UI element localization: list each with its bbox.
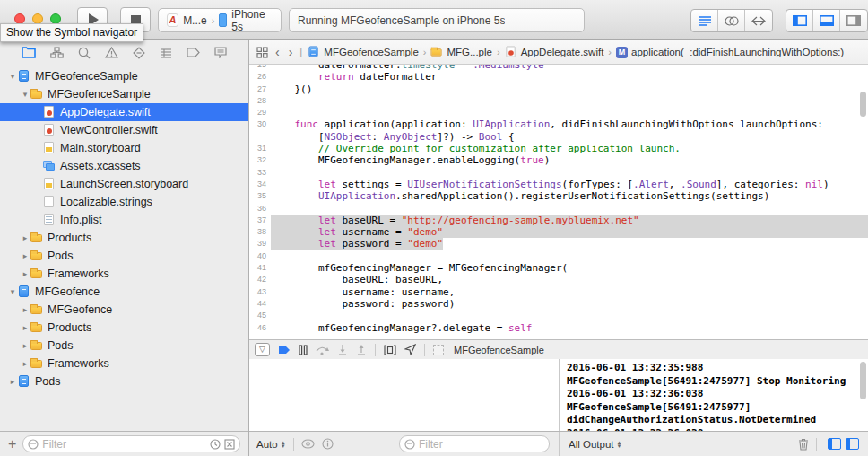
code-line[interactable]: 30 func application(application: UIAppli…: [249, 118, 868, 130]
breakpoints-toggle-button[interactable]: [278, 345, 291, 355]
assistant-editor-button[interactable]: [718, 10, 745, 31]
file-row[interactable]: AppDelegate.swift: [0, 103, 248, 121]
disclosure-triangle-icon[interactable]: ▾: [7, 287, 18, 296]
file-row[interactable]: ▾MFGeofenceSample: [0, 85, 248, 103]
add-file-button[interactable]: +: [8, 438, 16, 451]
source-control-status-icon[interactable]: [224, 439, 235, 450]
test-navigator-tab[interactable]: [133, 47, 145, 59]
simulate-location-button[interactable]: [404, 344, 416, 355]
print-description-info-icon[interactable]: [322, 438, 334, 450]
report-navigator-tab[interactable]: [214, 47, 227, 58]
editor-scrollbar[interactable]: [860, 92, 866, 117]
toggle-variables-view-button[interactable]: [828, 438, 841, 450]
find-navigator-tab[interactable]: [78, 47, 91, 59]
variables-filter-field[interactable]: [399, 435, 550, 452]
toggle-debug-area-button[interactable]: [813, 10, 840, 31]
disclosure-triangle-icon[interactable]: ▸: [20, 233, 30, 242]
forward-button[interactable]: ›: [287, 48, 295, 57]
variables-view[interactable]: [249, 359, 560, 431]
step-out-button[interactable]: [356, 345, 367, 355]
code-line[interactable]: 40: [249, 250, 868, 262]
code-line[interactable]: [NSObject: AnyObject]?) -> Bool {: [249, 131, 868, 143]
file-row[interactable]: LaunchScreen.storyboard: [0, 175, 248, 193]
file-row[interactable]: ▾MFGeofence: [0, 283, 248, 301]
file-row[interactable]: ▸Frameworks: [0, 355, 248, 373]
file-row[interactable]: Localizable.strings: [0, 193, 248, 211]
process-name[interactable]: MFGeofenceSample: [454, 345, 544, 355]
code-line[interactable]: 36: [249, 203, 868, 215]
code-line[interactable]: 28: [249, 95, 868, 107]
code-line[interactable]: 38 let username = "demo": [249, 226, 868, 238]
navigator-filter-field[interactable]: [22, 435, 240, 452]
code-line[interactable]: 25 dateFormatter.timeStyle = .MediumStyl…: [249, 65, 868, 71]
console-view[interactable]: 2016-06-01 13:32:35:988 MFGeofenceSample…: [560, 359, 868, 431]
step-over-button[interactable]: [316, 345, 329, 355]
breadcrumb-item[interactable]: AppDelegate.swift: [505, 46, 604, 58]
scheme-device[interactable]: iPhone 5s: [231, 8, 273, 33]
debug-navigator-tab[interactable]: [160, 48, 172, 58]
code-line[interactable]: 43 username: username,: [249, 286, 868, 298]
disclosure-triangle-icon[interactable]: ▸: [20, 323, 30, 332]
code-line[interactable]: 34 let settings = UIUserNotificationSett…: [249, 179, 868, 190]
code-line[interactable]: 45: [249, 310, 868, 321]
file-row[interactable]: ▸Pods: [0, 337, 248, 355]
scheme-target[interactable]: M...e: [183, 14, 207, 27]
code-line[interactable]: 27 }(): [249, 83, 868, 95]
code-line[interactable]: 33: [249, 167, 868, 179]
breadcrumb-item[interactable]: MFG...ple: [430, 46, 491, 58]
file-row[interactable]: ▸Products: [0, 319, 248, 337]
navigator-filter-input[interactable]: [42, 438, 206, 451]
code-line[interactable]: 29: [249, 107, 868, 118]
code-line[interactable]: 32 MFGeofencingManager.enableLogging(tru…: [249, 154, 868, 166]
symbol-navigator-tab[interactable]: [50, 47, 64, 58]
toggle-console-view-button[interactable]: [846, 438, 859, 450]
disclosure-triangle-icon[interactable]: ▾: [20, 90, 30, 99]
file-row[interactable]: Assets.xcassets: [0, 157, 248, 175]
quicklook-eye-icon[interactable]: [301, 439, 315, 449]
project-navigator-tab[interactable]: [22, 47, 36, 58]
code-line[interactable]: 41 mfGeofencingManager = MFGeofencingMan…: [249, 262, 868, 274]
disclosure-triangle-icon[interactable]: ▸: [20, 359, 30, 368]
issue-navigator-tab[interactable]: [105, 47, 118, 58]
code-line[interactable]: 42 baseURL: baseURL,: [249, 274, 868, 285]
hide-debug-area-button[interactable]: ▽: [255, 343, 270, 356]
toggle-utilities-button[interactable]: [840, 10, 867, 31]
breakpoint-navigator-tab[interactable]: [187, 48, 200, 57]
code-line[interactable]: 31 // Override point for customization a…: [249, 143, 868, 154]
disclosure-triangle-icon[interactable]: ▾: [7, 72, 18, 81]
version-editor-button[interactable]: [745, 10, 772, 31]
source-code-editor[interactable]: 25 dateFormatter.timeStyle = .MediumStyl…: [249, 65, 868, 339]
file-row[interactable]: ▸Frameworks: [0, 265, 248, 283]
file-row[interactable]: ▸MFGeofence: [0, 301, 248, 319]
toggle-navigator-button[interactable]: [786, 10, 813, 31]
file-row[interactable]: ViewController.swift: [0, 121, 248, 139]
console-scrollbar[interactable]: [860, 362, 866, 399]
scheme-selector[interactable]: A M...e › iPhone 5s: [158, 8, 282, 32]
file-row[interactable]: ▸Products: [0, 229, 248, 247]
file-row[interactable]: Main.storyboard: [0, 139, 248, 157]
code-line[interactable]: 26 return dateFormatter: [249, 71, 868, 83]
variables-filter-input[interactable]: [419, 438, 544, 451]
breadcrumb-item[interactable]: MFGeofenceSample: [308, 46, 418, 58]
code-line[interactable]: 35 UIApplication.sharedApplication().reg…: [249, 190, 868, 202]
standard-editor-button[interactable]: [691, 10, 718, 31]
disclosure-triangle-icon[interactable]: ▸: [20, 341, 30, 350]
breadcrumb-item[interactable]: Mapplication(_:didFinishLaunchingWithOpt…: [616, 47, 844, 58]
related-items-icon[interactable]: [256, 47, 268, 58]
disclosure-triangle-icon[interactable]: ▸: [20, 251, 30, 260]
back-button[interactable]: ‹: [273, 48, 282, 57]
file-row[interactable]: Info.plist: [0, 211, 248, 229]
file-row[interactable]: ▸Pods: [0, 247, 248, 265]
recent-files-clock-icon[interactable]: [210, 439, 221, 450]
pause-execution-button[interactable]: [299, 345, 308, 355]
code-line[interactable]: 44 password: password): [249, 298, 868, 310]
disclosure-triangle-icon[interactable]: ▸: [7, 377, 18, 386]
code-line[interactable]: 46 mfGeofencingManager?.delegate = self: [249, 322, 868, 334]
disclosure-triangle-icon[interactable]: ▸: [20, 305, 30, 314]
console-output-menu[interactable]: All Output ▲▼: [569, 439, 621, 450]
code-line[interactable]: 37 let baseURL = "http://geofencing-samp…: [249, 215, 868, 226]
file-row[interactable]: ▾MFGeofenceSample: [0, 67, 248, 85]
code-line[interactable]: 39 let password = "demo": [249, 238, 868, 250]
disclosure-triangle-icon[interactable]: ▸: [20, 269, 30, 278]
view-debugger-button[interactable]: [384, 345, 396, 355]
